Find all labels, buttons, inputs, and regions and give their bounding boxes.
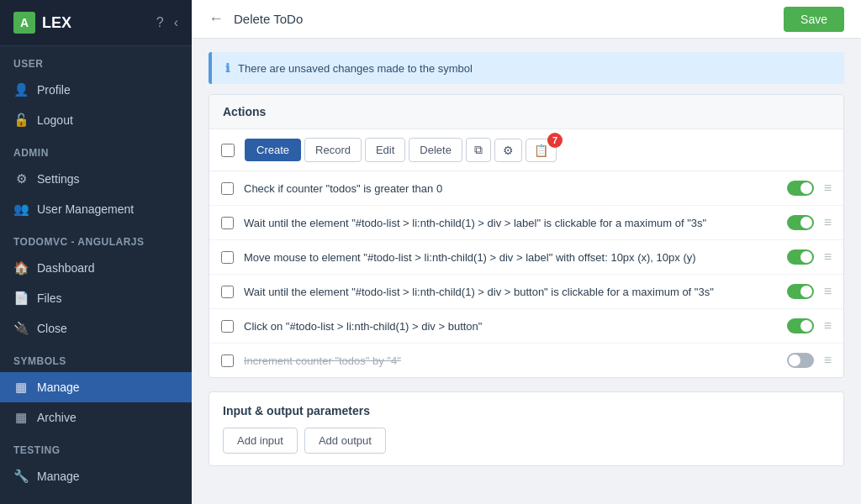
drag-handle[interactable]: ≡ — [824, 353, 832, 368]
page-title: Delete ToDo — [234, 12, 303, 26]
sidebar-item-user-management[interactable]: 👥 User Management — [0, 194, 192, 224]
action-row: Check if counter "todos" is greater than… — [209, 171, 843, 206]
sidebar-item-label: Dashboard — [37, 261, 95, 275]
add-input-button[interactable]: Add input — [223, 428, 298, 454]
action-text: Wait until the element "#todo-list > li:… — [244, 286, 777, 298]
back-button[interactable]: ← — [209, 10, 224, 28]
delete-button[interactable]: Delete — [409, 138, 462, 162]
toggle-enabled[interactable] — [787, 318, 814, 333]
help-icon[interactable]: ? — [156, 15, 164, 30]
files-icon: 📄 — [13, 291, 29, 306]
collapse-icon[interactable]: ‹ — [174, 15, 178, 30]
sidebar-item-logout[interactable]: 🔓 Logout — [0, 105, 192, 135]
action-text: Check if counter "todos" is greater than… — [244, 182, 777, 195]
sidebar-item-profile[interactable]: 👤 Profile — [0, 75, 192, 105]
archive-icon: ▦ — [13, 410, 29, 425]
sidebar-item-label: Close — [37, 322, 67, 335]
create-button[interactable]: Create — [245, 139, 301, 161]
toggle-enabled[interactable] — [787, 284, 814, 299]
badge-count: 7 — [547, 133, 563, 148]
drag-handle[interactable]: ≡ — [824, 215, 832, 230]
sidebar-item-archive[interactable]: ▦ Archive — [0, 402, 192, 433]
io-buttons: Add input Add output — [223, 428, 830, 454]
row-checkbox[interactable] — [221, 354, 234, 367]
actions-section-title: Actions — [209, 95, 843, 129]
drag-handle[interactable]: ≡ — [824, 249, 832, 265]
section-title-todomvc: TodoMVC - Angularjs — [0, 224, 192, 253]
logout-icon: 🔓 — [13, 113, 29, 128]
actions-section: Actions Create Record Edit Delete ⧉ ⚙ 📋 … — [209, 94, 844, 378]
clipboard-button[interactable]: 📋 7 — [526, 139, 557, 162]
sidebar-header-icons: ? ‹ — [156, 15, 178, 30]
row-checkbox[interactable] — [221, 182, 234, 195]
edit-button[interactable]: Edit — [365, 138, 405, 162]
io-section: Input & output parameters Add input Add … — [209, 391, 844, 466]
section-title-symbols: Symbols — [0, 344, 192, 372]
app-logo: A LEX — [13, 12, 71, 34]
drag-handle[interactable]: ≡ — [824, 284, 832, 299]
main-content: ← Delete ToDo Save ℹ There are unsaved c… — [192, 0, 861, 504]
io-section-body: Input & output parameters Add input Add … — [209, 392, 843, 465]
row-checkbox[interactable] — [221, 251, 234, 264]
manage-icon: ▦ — [13, 380, 29, 395]
section-title-admin: Admin — [0, 135, 192, 164]
sidebar-item-label: Logout — [37, 113, 73, 127]
content-area: ℹ There are unsaved changes made to the … — [192, 39, 861, 504]
toggle-enabled[interactable] — [787, 181, 814, 196]
toggle-disabled[interactable] — [787, 353, 814, 368]
sidebar: A LEX ? ‹ User 👤 Profile 🔓 Logout Admin … — [0, 0, 192, 504]
sidebar-item-label: Settings — [37, 172, 80, 186]
dashboard-icon: 🏠 — [13, 260, 29, 276]
save-button[interactable]: Save — [784, 7, 844, 32]
sidebar-item-label: Manage — [37, 381, 80, 394]
select-all-checkbox[interactable] — [221, 144, 235, 157]
record-button[interactable]: Record — [304, 138, 362, 162]
section-title-user: User — [0, 46, 192, 75]
action-row: Increment counter "todos" by "4" ≡ — [209, 344, 843, 377]
action-row: Move mouse to element "#todo-list > li:n… — [209, 240, 843, 275]
topbar: ← Delete ToDo Save — [192, 0, 861, 39]
row-checkbox[interactable] — [221, 217, 234, 229]
row-checkbox[interactable] — [221, 286, 234, 298]
sidebar-item-close[interactable]: 🔌 Close — [0, 313, 192, 344]
action-text: Click on "#todo-list > li:nth-child(1) >… — [244, 320, 777, 333]
action-row: Click on "#todo-list > li:nth-child(1) >… — [209, 309, 843, 344]
info-banner: ℹ There are unsaved changes made to the … — [209, 52, 844, 84]
settings-action-button[interactable]: ⚙ — [494, 139, 522, 162]
action-text: Move mouse to element "#todo-list > li:n… — [244, 251, 777, 264]
io-section-title: Input & output parameters — [223, 404, 830, 417]
sidebar-item-symbols-manage[interactable]: ▦ Manage — [0, 372, 192, 402]
drag-handle[interactable]: ≡ — [824, 318, 832, 333]
action-text: Increment counter "todos" by "4" — [244, 354, 777, 367]
sidebar-item-testing-manage[interactable]: 🔧 Manage — [0, 461, 192, 491]
settings-icon: ⚙ — [13, 171, 29, 186]
sidebar-item-label: Archive — [37, 411, 77, 424]
sidebar-item-files[interactable]: 📄 Files — [0, 283, 192, 313]
copy-button[interactable]: ⧉ — [466, 138, 491, 162]
sidebar-item-label: Profile — [37, 83, 71, 97]
profile-icon: 👤 — [13, 82, 29, 97]
action-row: Wait until the element "#todo-list > li:… — [209, 206, 843, 240]
sidebar-header: A LEX ? ‹ — [0, 0, 192, 46]
section-title-testing: Testing — [0, 433, 192, 461]
info-banner-text: There are unsaved changes made to the sy… — [238, 62, 473, 75]
sidebar-item-settings[interactable]: ⚙ Settings — [0, 164, 192, 194]
sidebar-item-label: User Management — [37, 202, 134, 216]
action-row: Wait until the element "#todo-list > li:… — [209, 275, 843, 309]
testing-icon: 🔧 — [13, 469, 29, 484]
logo-box: A — [13, 12, 35, 34]
sidebar-item-label: Manage — [37, 470, 80, 483]
actions-toolbar: Create Record Edit Delete ⧉ ⚙ 📋 7 — [209, 129, 843, 171]
sidebar-item-dashboard[interactable]: 🏠 Dashboard — [0, 253, 192, 283]
info-icon: ℹ — [225, 61, 230, 75]
sidebar-item-label: Files — [37, 291, 62, 305]
close-app-icon: 🔌 — [13, 321, 29, 336]
add-output-button[interactable]: Add output — [304, 428, 386, 454]
drag-handle[interactable]: ≡ — [824, 181, 832, 196]
action-text: Wait until the element "#todo-list > li:… — [244, 217, 777, 229]
row-checkbox[interactable] — [221, 320, 234, 333]
toggle-enabled[interactable] — [787, 249, 814, 265]
toggle-enabled[interactable] — [787, 215, 814, 230]
users-icon: 👥 — [13, 202, 29, 217]
